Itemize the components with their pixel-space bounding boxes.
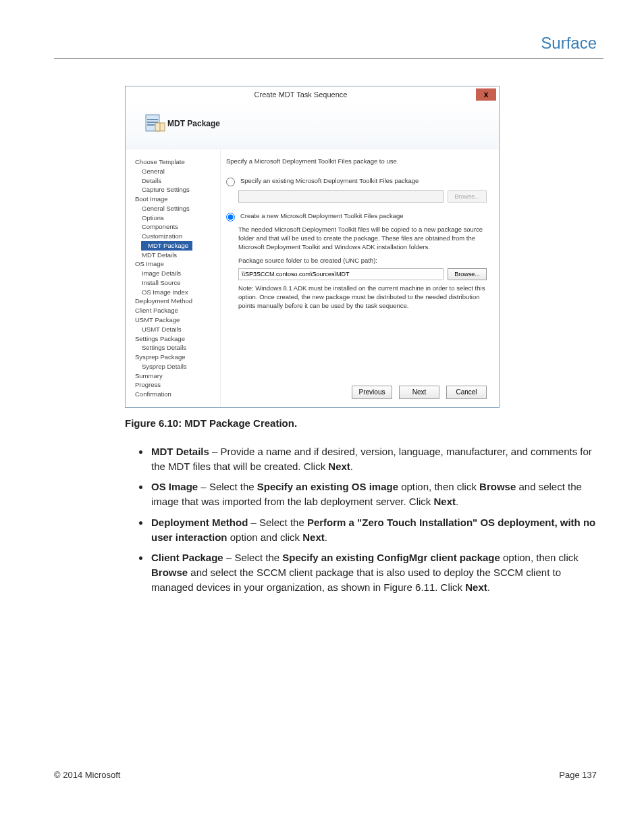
sidebar-item[interactable]: MDT Package xyxy=(135,241,220,251)
bullet-strong: Deployment Method xyxy=(151,517,248,528)
bullet-strong: Next xyxy=(465,581,487,593)
list-item: OS Image – Select the Specify an existin… xyxy=(150,479,597,509)
unc-path-input[interactable] xyxy=(238,268,444,280)
dialog-title: Create MDT Task Sequence xyxy=(126,90,476,99)
bullet-strong: Browse xyxy=(479,481,516,492)
bullet-text: option and click xyxy=(227,531,303,543)
bullet-text: . xyxy=(325,531,327,543)
bullet-text: – Select the xyxy=(248,517,307,528)
sidebar-item[interactable]: OS Image xyxy=(135,259,220,269)
page-number: Page 137 xyxy=(559,770,597,780)
bullet-text: . xyxy=(456,496,458,507)
sidebar-item[interactable]: Image Details xyxy=(135,269,220,278)
next-button[interactable]: Next xyxy=(399,386,439,399)
bullet-strong: Specify an existing ConfigMgr client pac… xyxy=(282,552,500,563)
bullet-strong: Next xyxy=(328,461,350,472)
bullet-text: – Select the xyxy=(223,552,283,563)
package-icon xyxy=(143,111,167,136)
bullet-text: . xyxy=(487,581,490,593)
sidebar-item[interactable]: Boot Image xyxy=(135,194,220,204)
sidebar-item[interactable]: Customization xyxy=(135,232,220,241)
sidebar-item[interactable]: Summary xyxy=(135,371,220,381)
svg-rect-1 xyxy=(147,119,158,120)
previous-button[interactable]: Previous xyxy=(352,386,392,399)
create-description: The needed Microsoft Deployment Toolkit … xyxy=(238,226,487,251)
existing-path-input xyxy=(238,190,444,203)
list-item: MDT Details – Provide a name and if desi… xyxy=(150,444,597,474)
bullet-text: – Select the xyxy=(198,481,257,492)
bullet-text: option, then click xyxy=(500,552,579,563)
radio-create-label: Create a new Microsoft Deployment Toolki… xyxy=(240,212,404,219)
sidebar-item[interactable]: Components xyxy=(135,222,220,232)
sidebar-item[interactable]: Capture Settings xyxy=(135,185,220,194)
bullet-strong: MDT Details xyxy=(151,446,209,457)
close-icon[interactable]: x xyxy=(476,88,496,101)
sidebar-item[interactable]: Settings Package xyxy=(135,334,220,344)
svg-rect-3 xyxy=(147,124,155,126)
list-item: Client Package – Select the Specify an e… xyxy=(150,550,597,594)
bullet-strong: Specify an existing OS image xyxy=(257,481,398,492)
mdt-dialog: Create MDT Task Sequence x MDT Package C… xyxy=(125,86,500,408)
bullet-text: . xyxy=(350,461,353,472)
content-intro: Specify a Microsoft Deployment Toolkit F… xyxy=(226,157,487,165)
bullet-strong: Next xyxy=(434,496,456,507)
dialog-header-title: MDT Package xyxy=(167,119,220,128)
page-footer: © 2014 Microsoft Page 137 xyxy=(54,770,597,780)
browse-create-button[interactable]: Browse... xyxy=(448,268,487,280)
sidebar-item[interactable]: MDT Details xyxy=(135,251,220,260)
path-note: Note: Windows 8.1 ADK must be installed … xyxy=(238,284,487,310)
sidebar-item[interactable]: Sysprep Package xyxy=(135,353,220,362)
wizard-content: Specify a Microsoft Deployment Toolkit F… xyxy=(220,149,499,407)
cancel-button[interactable]: Cancel xyxy=(446,386,487,399)
sidebar-item[interactable]: Client Package xyxy=(135,306,220,315)
path-label: Package source folder to be created (UNC… xyxy=(238,257,487,265)
sidebar-item[interactable]: General xyxy=(135,167,220,176)
figure-caption: Figure 6.10: MDT Package Creation. xyxy=(125,417,603,429)
bullet-strong: OS Image xyxy=(151,481,198,492)
bullet-strong: Next xyxy=(302,531,325,543)
bullet-text: and select the SCCM client package that … xyxy=(151,567,561,593)
wizard-sidebar: Choose TemplateGeneralDetailsCapture Set… xyxy=(126,149,220,407)
sidebar-item[interactable]: Details xyxy=(135,176,220,186)
instruction-list: MDT Details – Provide a name and if desi… xyxy=(150,444,603,595)
brand-label: Surface xyxy=(54,34,603,53)
sidebar-item[interactable]: Settings Details xyxy=(135,343,220,353)
sidebar-item[interactable]: Options xyxy=(135,213,220,223)
sidebar-item[interactable]: Choose Template xyxy=(135,157,220,167)
sidebar-item[interactable]: Deployment Method xyxy=(135,296,220,306)
sidebar-item[interactable]: General Settings xyxy=(135,204,220,213)
sidebar-item[interactable]: OS Image Index xyxy=(135,288,220,297)
dialog-header: MDT Package xyxy=(126,103,499,149)
sidebar-item[interactable]: USMT Details xyxy=(135,325,220,334)
browse-existing-button: Browse... xyxy=(448,190,487,203)
sidebar-item[interactable]: USMT Package xyxy=(135,315,220,325)
sidebar-item[interactable]: Progress xyxy=(135,380,220,390)
header-divider xyxy=(54,58,603,59)
sidebar-item[interactable]: Confirmation xyxy=(135,390,220,399)
sidebar-item[interactable]: Install Source xyxy=(135,278,220,288)
radio-existing-row[interactable]: Specify an existing Microsoft Deployment… xyxy=(226,177,487,186)
sidebar-item[interactable]: Sysprep Details xyxy=(135,362,220,371)
radio-existing[interactable] xyxy=(226,178,235,186)
bullet-text: option, then click xyxy=(398,481,479,492)
radio-existing-label: Specify an existing Microsoft Deployment… xyxy=(240,177,419,184)
copyright: © 2014 Microsoft xyxy=(54,770,120,780)
radio-create-row[interactable]: Create a new Microsoft Deployment Toolki… xyxy=(226,212,487,221)
list-item: Deployment Method – Select the Perform a… xyxy=(150,515,597,545)
bullet-strong: Client Package xyxy=(151,552,223,563)
bullet-strong: Browse xyxy=(151,567,188,578)
titlebar: Create MDT Task Sequence x xyxy=(126,86,499,103)
bullet-text: – Provide a name and if desired, version… xyxy=(151,446,592,472)
radio-create[interactable] xyxy=(226,213,235,221)
